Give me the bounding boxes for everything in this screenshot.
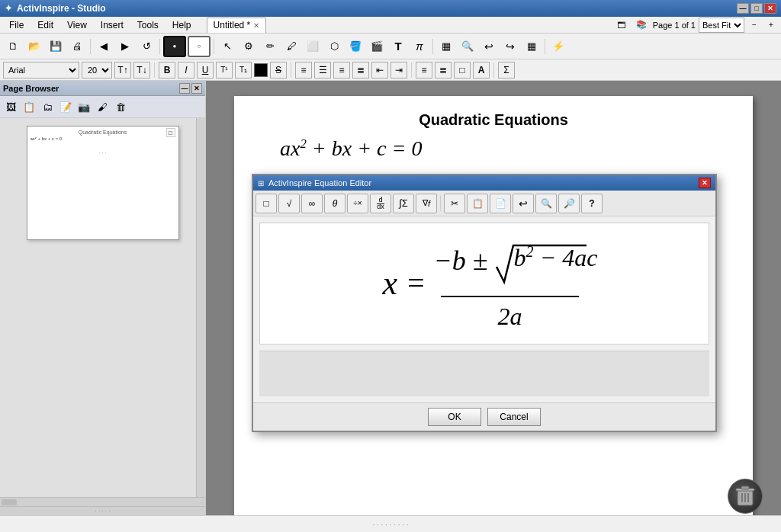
sidebar-tool-image[interactable]: 🖼	[2, 98, 19, 115]
sidebar-minimize-btn[interactable]: —	[179, 83, 190, 94]
page-browser-button[interactable]: 🗔	[613, 17, 630, 34]
text-style-button[interactable]: A	[473, 62, 490, 79]
italic-button[interactable]: I	[178, 62, 194, 79]
menu-edit[interactable]: Edit	[31, 18, 59, 32]
eq-tool-search[interactable]: 🔍	[535, 194, 557, 213]
tool-pen-white[interactable]: ○	[188, 36, 211, 57]
eq-cancel-button[interactable]: Cancel	[487, 408, 541, 426]
font-increase-btn[interactable]: T↑	[114, 62, 131, 79]
tool-file-save[interactable]: 💾	[46, 37, 66, 56]
strikethrough-button[interactable]: S	[270, 62, 287, 79]
sidebar-scrollbar[interactable]	[196, 118, 205, 497]
tool-highlighter[interactable]: 🖊	[281, 37, 301, 56]
sigma-button[interactable]: Σ	[498, 62, 515, 79]
eq-tool-cut[interactable]: ✂	[444, 194, 465, 213]
sidebar-hscrollbar[interactable]	[0, 497, 205, 506]
tool-file-new[interactable]: 🗋	[3, 37, 23, 56]
menu-tools[interactable]: Tools	[131, 18, 165, 32]
tool-text[interactable]: T	[388, 37, 408, 56]
tool-undo[interactable]: ↩	[479, 37, 499, 56]
indent-decrease-button[interactable]: ⇤	[371, 62, 388, 79]
eq-editor-content[interactable]: x = −b ± b2 − 4ac	[259, 223, 709, 345]
resources-button[interactable]: 📚	[633, 17, 650, 34]
eq-tool-zoom[interactable]: 🔎	[558, 194, 580, 213]
sidebar-tool-camera[interactable]: 📷	[76, 98, 92, 115]
tool-pen-black[interactable]: ●	[163, 36, 186, 57]
tool-media[interactable]: 🎬	[367, 37, 387, 56]
sidebar-tool-trash[interactable]: 🗑	[112, 98, 129, 115]
tool-back[interactable]: ◀	[94, 37, 114, 56]
tool-grid[interactable]: ▦	[522, 37, 542, 56]
text-box-button[interactable]: □	[454, 62, 471, 79]
align-right-button[interactable]: ≡	[333, 62, 350, 79]
tool-eraser[interactable]: ⬜	[303, 37, 323, 56]
align-left-button[interactable]: ≡	[295, 62, 312, 79]
sidebar-tool-clipboard[interactable]: 📋	[21, 98, 37, 115]
tool-forward[interactable]: ▶	[115, 37, 135, 56]
superscript-button[interactable]: T¹	[216, 62, 233, 79]
indent-increase-button[interactable]: ⇥	[390, 62, 407, 79]
eq-editor-close-button[interactable]: ✕	[699, 178, 711, 188]
eq-ok-button[interactable]: OK	[428, 408, 481, 426]
eq-tool-nabla[interactable]: ∇f	[416, 194, 437, 213]
eq-tool-infinity[interactable]: ∞	[301, 194, 323, 213]
bold-button[interactable]: B	[159, 62, 175, 79]
eq-tool-sqrt[interactable]: √	[278, 194, 300, 213]
eq-tool-box[interactable]: □	[256, 194, 277, 213]
eq-editor-input-area[interactable]	[259, 351, 709, 396]
menu-insert[interactable]: Insert	[95, 18, 130, 32]
zoom-fit-select[interactable]: Best Fit 100% 75%	[699, 18, 744, 33]
tool-zoom[interactable]: 🔍	[458, 37, 477, 56]
eq-tool-paste[interactable]: 📄	[490, 194, 511, 213]
document-tab[interactable]: Untitled * ✕	[207, 18, 267, 33]
minimize-button[interactable]: —	[737, 3, 749, 14]
bullet-list-button[interactable]: ≡	[416, 62, 432, 79]
tab-close-button[interactable]: ✕	[253, 21, 259, 30]
tool-table[interactable]: ▦	[436, 37, 456, 56]
hscroll-thumb[interactable]	[2, 499, 17, 505]
eq-tool-fraction[interactable]: d dx	[370, 194, 391, 213]
zoom-plus-button[interactable]: +	[764, 18, 778, 32]
numbered-list-button[interactable]: ≣	[435, 62, 452, 79]
trash-icon[interactable]	[728, 479, 766, 517]
eq-tool-integral[interactable]: ∫Σ	[393, 194, 414, 213]
underline-button[interactable]: U	[197, 62, 214, 79]
eq-tool-divide-times[interactable]: ÷×	[347, 194, 368, 213]
tool-print[interactable]: 🖨	[67, 37, 87, 56]
font-color-button[interactable]	[254, 63, 268, 77]
align-center-button[interactable]: ☰	[314, 62, 331, 79]
tool-redo[interactable]: ↪	[500, 37, 520, 56]
sidebar-tool-note[interactable]: 📝	[57, 98, 74, 115]
eq-tool-theta[interactable]: θ	[324, 194, 346, 213]
tool-pi[interactable]: π	[410, 37, 429, 56]
menu-file[interactable]: File	[3, 18, 30, 32]
align-justify-button[interactable]: ≣	[352, 62, 369, 79]
tool-select-pointer[interactable]: ↖	[217, 37, 237, 56]
sidebar-resize-handle[interactable]: · · · · ·	[0, 506, 205, 515]
sidebar: Page Browser — ✕ 🖼 📋 🗂 📝 📷 🖌 🗑 Quadratic…	[0, 81, 206, 515]
tool-file-open[interactable]: 📂	[24, 37, 44, 56]
subscript-button[interactable]: T₁	[235, 62, 252, 79]
menu-help[interactable]: Help	[166, 18, 198, 32]
tool-extra[interactable]: ⚡	[548, 37, 568, 56]
eq-tool-undo[interactable]: ↩	[513, 194, 534, 213]
tool-pen[interactable]: ✏	[260, 37, 280, 56]
tool-refresh[interactable]: ↺	[137, 37, 156, 56]
page-thumbnail[interactable]: Quadratic Equations ax² + bx + c = 0 · ·…	[27, 126, 179, 240]
tool-fill[interactable]: 🪣	[346, 37, 365, 56]
maximize-button[interactable]: □	[750, 3, 763, 14]
close-button[interactable]: ✕	[764, 3, 776, 14]
zoom-minus-button[interactable]: −	[747, 18, 761, 32]
font-decrease-btn[interactable]: T↓	[133, 62, 150, 79]
sidebar-tool-brush[interactable]: 🖌	[94, 98, 111, 115]
font-size-select[interactable]: 20 12 14 16 24 32	[82, 62, 112, 79]
font-family-select[interactable]: Arial Times New Roman	[3, 62, 79, 79]
sidebar-tool-folder[interactable]: 🗂	[39, 98, 56, 115]
tool-settings[interactable]: ⚙	[239, 37, 259, 56]
tool-shapes[interactable]: ⬡	[324, 37, 344, 56]
menu-view[interactable]: View	[61, 18, 93, 32]
page-thumb-options[interactable]: □	[166, 128, 175, 137]
eq-tool-copy[interactable]: 📋	[467, 194, 488, 213]
sidebar-close-btn[interactable]: ✕	[191, 83, 202, 94]
eq-tool-help[interactable]: ?	[581, 194, 603, 213]
